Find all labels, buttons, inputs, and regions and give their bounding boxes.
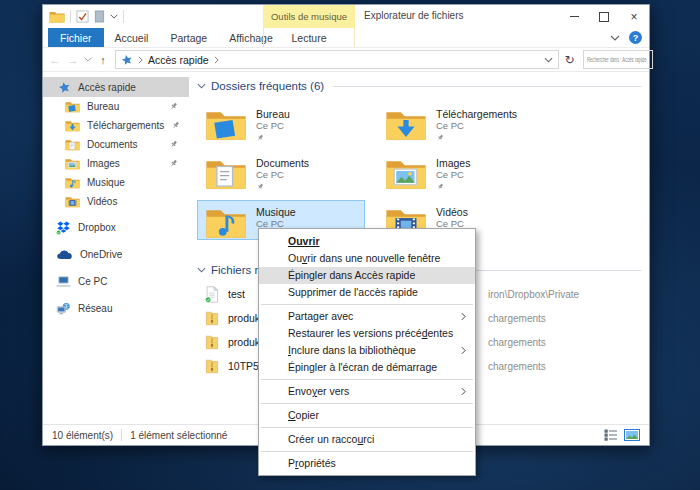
toolbar-separator (123, 10, 124, 23)
desktop-folder-icon (65, 100, 80, 113)
menu-item-epingler-ecran-demarrage[interactable]: Épingler à l'écran de démarrage (259, 359, 475, 376)
menu-item-copier[interactable]: Copier (259, 407, 475, 424)
menu-item-proprietes[interactable]: Propriétés (259, 455, 475, 472)
tab-fichier[interactable]: Fichier (48, 28, 104, 47)
menu-item-label: Épingler dans Accès rapide (288, 269, 415, 281)
forward-button[interactable]: → (65, 54, 81, 66)
quick-access-toolbar (49, 8, 124, 25)
section-header-dossiers-frequents[interactable]: Dossiers fréquents (6) (197, 79, 643, 93)
tile-location: Ce PC (256, 120, 290, 132)
pin-icon (169, 102, 178, 111)
ribbon-right-controls: ? (610, 28, 642, 47)
file-name: test (228, 288, 245, 300)
qat-customize-chevron-icon[interactable] (110, 14, 118, 19)
back-button[interactable]: ← (47, 54, 63, 66)
synced-document-icon (205, 286, 219, 303)
window-title: Explorateur de fichiers (364, 10, 464, 21)
menu-separator (261, 427, 473, 428)
new-item-icon[interactable] (94, 10, 105, 23)
pin-icon (436, 183, 444, 191)
menu-item-partager-avec[interactable]: Partager avec (259, 308, 475, 325)
address-box[interactable]: Accès rapide (115, 50, 559, 69)
menu-item-epingler-acces-rapide[interactable]: Épingler dans Accès rapide (259, 267, 475, 284)
music-folder-icon (205, 205, 247, 239)
menu-item-envoyer-vers[interactable]: Envoyer vers (259, 383, 475, 400)
address-bar-row: ← → ↑ Accès rapide ↻ Rechercher dans : A… (43, 48, 649, 72)
sidebar-item-dropbox[interactable]: Dropbox (43, 217, 189, 238)
submenu-arrow-icon (461, 312, 466, 321)
dropbox-icon (56, 220, 71, 235)
refresh-button[interactable]: ↻ (561, 53, 578, 67)
ribbon-collapse-chevron-icon[interactable] (610, 35, 620, 41)
tab-partage[interactable]: Partage (159, 28, 218, 47)
section-divider-line (333, 86, 641, 87)
sidebar-item-onedrive[interactable]: OneDrive (43, 244, 189, 265)
folder-tile-bureau[interactable]: Bureau Ce PC (197, 102, 365, 142)
search-box[interactable]: Rechercher dans : Accès rapide (583, 50, 653, 69)
pin-icon (436, 134, 444, 142)
pin-icon (256, 183, 264, 191)
maximize-button[interactable] (589, 5, 619, 28)
breadcrumb-chevron-icon[interactable] (138, 56, 143, 64)
menu-item-label: Partager avec (288, 310, 353, 322)
tile-name: Musique (256, 206, 296, 218)
menu-item-label: Créer un raccourci (288, 433, 374, 445)
tab-lecture[interactable]: Lecture (263, 28, 355, 47)
close-button[interactable]: × (619, 5, 649, 28)
menu-item-inclure-bibliotheque[interactable]: Inclure dans la bibliothèque (259, 342, 475, 359)
sidebar-item-reseau[interactable]: Réseau (43, 298, 189, 319)
network-icon (56, 302, 71, 315)
toolbar-separator (70, 10, 71, 23)
sidebar-item-images[interactable]: Images (43, 154, 189, 173)
breadcrumb-chevron-icon[interactable] (214, 56, 219, 64)
menu-item-creer-raccourci[interactable]: Créer un raccourci (259, 431, 475, 448)
large-icons-view-button[interactable] (624, 429, 640, 441)
folder-tile-images[interactable]: Images Ce PC (377, 151, 545, 191)
menu-item-supprimer-acces-rapide[interactable]: Supprimer de l'accès rapide (259, 284, 475, 301)
folder-tile-documents[interactable]: Documents Ce PC (197, 151, 365, 191)
sidebar-item-documents[interactable]: Documents (43, 135, 189, 154)
zip-folder-icon (205, 358, 219, 375)
sidebar-item-label: Accès rapide (78, 82, 136, 93)
help-button[interactable]: ? (629, 31, 642, 44)
menu-item-ouvrir[interactable]: Ouvrir (259, 233, 475, 250)
tile-name: Images (436, 157, 470, 169)
sidebar-item-musique[interactable]: Musique (43, 173, 189, 192)
sidebar-item-telechargements[interactable]: Téléchargements (43, 116, 189, 135)
sidebar-item-acces-rapide[interactable]: Accès rapide (43, 77, 189, 97)
section-collapse-chevron-icon[interactable] (197, 83, 206, 89)
section-collapse-chevron-icon[interactable] (197, 267, 206, 273)
up-button[interactable]: ↑ (95, 54, 111, 66)
explorer-folder-icon[interactable] (49, 10, 65, 23)
ribbon-tab-row: Fichier Accueil Partage Affichage Lectur… (43, 28, 649, 48)
tile-text: Musique Ce PC (256, 203, 296, 230)
menu-separator (261, 379, 473, 380)
sidebar-item-ce-pc[interactable]: Ce PC (43, 271, 189, 292)
details-view-button[interactable] (604, 429, 618, 441)
tile-location: Ce PC (436, 120, 517, 132)
sidebar-item-label: Images (87, 158, 120, 169)
sidebar-item-label: Dropbox (78, 222, 116, 233)
history-chevron-icon[interactable] (83, 57, 93, 62)
sidebar-item-label: Ce PC (78, 276, 107, 287)
tab-accueil[interactable]: Accueil (104, 28, 160, 47)
folder-tile-telechargements[interactable]: Téléchargements Ce PC (377, 102, 545, 142)
status-divider (121, 429, 122, 441)
minimize-button[interactable] (559, 5, 589, 28)
sidebar-item-bureau[interactable]: Bureau (43, 97, 189, 116)
menu-item-label: Épingler à l'écran de démarrage (288, 361, 437, 373)
address-dropdown-chevron-icon[interactable] (544, 57, 553, 63)
close-icon: × (630, 11, 637, 23)
menu-item-restaurer-versions[interactable]: Restaurer les versions précédentes (259, 325, 475, 342)
properties-check-icon[interactable] (76, 10, 89, 23)
downloads-folder-icon (65, 119, 80, 132)
menu-separator (261, 304, 473, 305)
documents-folder-icon (65, 138, 80, 151)
onedrive-cloud-icon (56, 249, 73, 260)
sidebar-item-videos[interactable]: Vidéos (43, 192, 189, 211)
sidebar-item-label: Téléchargements (87, 120, 164, 131)
tile-location: Ce PC (256, 169, 309, 181)
menu-item-ouvrir-nouvelle-fenetre[interactable]: Ouvrir dans une nouvelle fenêtre (259, 250, 475, 267)
breadcrumb[interactable]: Accès rapide (148, 54, 209, 66)
file-path: chargements (488, 313, 546, 324)
